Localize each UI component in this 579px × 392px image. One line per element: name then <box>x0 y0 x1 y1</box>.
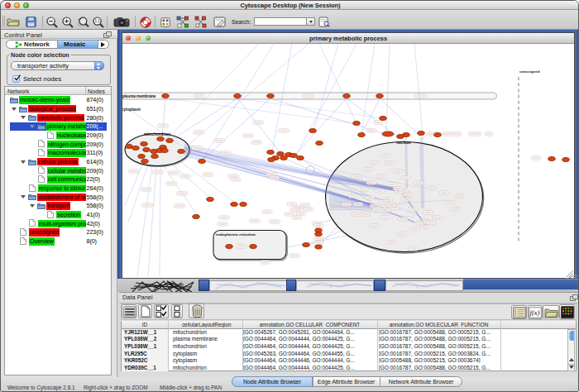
svg-text:cytoplasm: cytoplasm <box>122 108 141 112</box>
svg-text:1:1: 1:1 <box>94 19 100 23</box>
svg-text:nucleus: nucleus <box>396 141 411 145</box>
svg-text:plasma membrane: plasma membrane <box>122 94 156 98</box>
svg-text:mitochondrion: mitochondrion <box>144 132 170 136</box>
svg-text:f(x): f(x) <box>530 308 540 317</box>
svg-text:endoplasmic reticulum: endoplasmic reticulum <box>216 232 256 237</box>
svg-text:unassigned: unassigned <box>519 69 540 74</box>
